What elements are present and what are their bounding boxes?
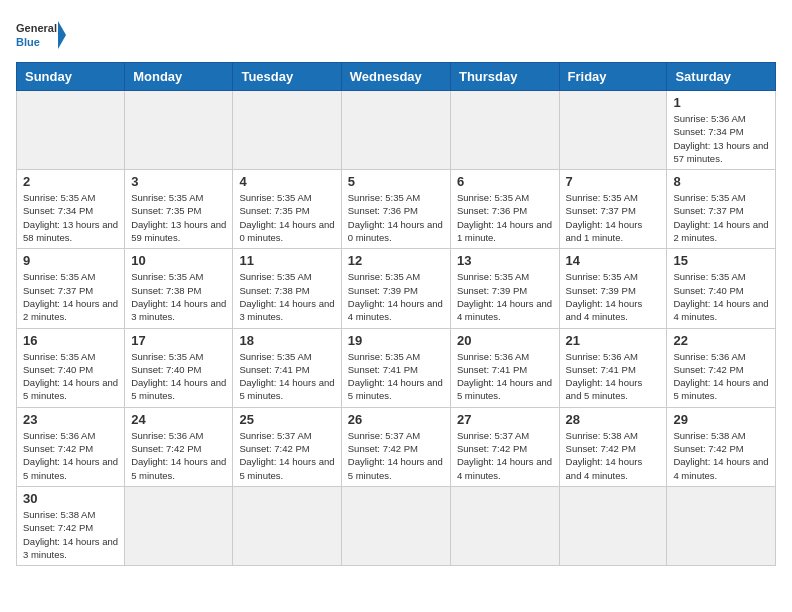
day-number: 9 <box>23 253 118 268</box>
day-info: Sunrise: 5:35 AM Sunset: 7:39 PM Dayligh… <box>348 270 444 323</box>
calendar-cell <box>125 91 233 170</box>
calendar-cell <box>559 91 667 170</box>
day-number: 13 <box>457 253 553 268</box>
day-info: Sunrise: 5:35 AM Sunset: 7:38 PM Dayligh… <box>131 270 226 323</box>
calendar-week-row: 1Sunrise: 5:36 AM Sunset: 7:34 PM Daylig… <box>17 91 776 170</box>
calendar-cell: 9Sunrise: 5:35 AM Sunset: 7:37 PM Daylig… <box>17 249 125 328</box>
day-number: 1 <box>673 95 769 110</box>
day-info: Sunrise: 5:36 AM Sunset: 7:42 PM Dayligh… <box>23 429 118 482</box>
day-header-tuesday: Tuesday <box>233 63 341 91</box>
day-number: 6 <box>457 174 553 189</box>
calendar-cell: 17Sunrise: 5:35 AM Sunset: 7:40 PM Dayli… <box>125 328 233 407</box>
calendar-cell: 4Sunrise: 5:35 AM Sunset: 7:35 PM Daylig… <box>233 170 341 249</box>
day-info: Sunrise: 5:35 AM Sunset: 7:40 PM Dayligh… <box>673 270 769 323</box>
calendar-cell: 16Sunrise: 5:35 AM Sunset: 7:40 PM Dayli… <box>17 328 125 407</box>
day-number: 19 <box>348 333 444 348</box>
calendar-header-row: SundayMondayTuesdayWednesdayThursdayFrid… <box>17 63 776 91</box>
day-info: Sunrise: 5:35 AM Sunset: 7:39 PM Dayligh… <box>457 270 553 323</box>
calendar-cell: 14Sunrise: 5:35 AM Sunset: 7:39 PM Dayli… <box>559 249 667 328</box>
calendar-cell: 11Sunrise: 5:35 AM Sunset: 7:38 PM Dayli… <box>233 249 341 328</box>
day-info: Sunrise: 5:36 AM Sunset: 7:34 PM Dayligh… <box>673 112 769 165</box>
day-info: Sunrise: 5:38 AM Sunset: 7:42 PM Dayligh… <box>673 429 769 482</box>
calendar-cell: 3Sunrise: 5:35 AM Sunset: 7:35 PM Daylig… <box>125 170 233 249</box>
calendar-cell: 2Sunrise: 5:35 AM Sunset: 7:34 PM Daylig… <box>17 170 125 249</box>
logo-svg: General Blue <box>16 16 66 54</box>
calendar-cell <box>17 91 125 170</box>
calendar-cell <box>559 486 667 565</box>
calendar-cell: 6Sunrise: 5:35 AM Sunset: 7:36 PM Daylig… <box>450 170 559 249</box>
day-number: 23 <box>23 412 118 427</box>
calendar-week-row: 2Sunrise: 5:35 AM Sunset: 7:34 PM Daylig… <box>17 170 776 249</box>
calendar-cell <box>667 486 776 565</box>
calendar-cell <box>341 91 450 170</box>
day-info: Sunrise: 5:35 AM Sunset: 7:37 PM Dayligh… <box>23 270 118 323</box>
day-info: Sunrise: 5:35 AM Sunset: 7:39 PM Dayligh… <box>566 270 661 323</box>
day-info: Sunrise: 5:35 AM Sunset: 7:36 PM Dayligh… <box>348 191 444 244</box>
calendar-cell: 23Sunrise: 5:36 AM Sunset: 7:42 PM Dayli… <box>17 407 125 486</box>
day-info: Sunrise: 5:35 AM Sunset: 7:41 PM Dayligh… <box>348 350 444 403</box>
logo: General Blue <box>16 16 66 54</box>
day-number: 4 <box>239 174 334 189</box>
calendar-week-row: 30Sunrise: 5:38 AM Sunset: 7:42 PM Dayli… <box>17 486 776 565</box>
calendar-cell: 22Sunrise: 5:36 AM Sunset: 7:42 PM Dayli… <box>667 328 776 407</box>
day-number: 7 <box>566 174 661 189</box>
calendar-cell: 24Sunrise: 5:36 AM Sunset: 7:42 PM Dayli… <box>125 407 233 486</box>
day-number: 30 <box>23 491 118 506</box>
day-info: Sunrise: 5:37 AM Sunset: 7:42 PM Dayligh… <box>348 429 444 482</box>
day-number: 21 <box>566 333 661 348</box>
svg-marker-2 <box>58 21 66 49</box>
calendar-cell <box>233 486 341 565</box>
day-number: 29 <box>673 412 769 427</box>
day-info: Sunrise: 5:36 AM Sunset: 7:41 PM Dayligh… <box>566 350 661 403</box>
day-number: 26 <box>348 412 444 427</box>
day-info: Sunrise: 5:35 AM Sunset: 7:34 PM Dayligh… <box>23 191 118 244</box>
calendar-cell: 26Sunrise: 5:37 AM Sunset: 7:42 PM Dayli… <box>341 407 450 486</box>
day-header-friday: Friday <box>559 63 667 91</box>
calendar: SundayMondayTuesdayWednesdayThursdayFrid… <box>16 62 776 566</box>
calendar-cell: 10Sunrise: 5:35 AM Sunset: 7:38 PM Dayli… <box>125 249 233 328</box>
calendar-cell: 29Sunrise: 5:38 AM Sunset: 7:42 PM Dayli… <box>667 407 776 486</box>
day-info: Sunrise: 5:35 AM Sunset: 7:37 PM Dayligh… <box>566 191 661 244</box>
day-info: Sunrise: 5:36 AM Sunset: 7:42 PM Dayligh… <box>673 350 769 403</box>
day-number: 25 <box>239 412 334 427</box>
calendar-cell <box>233 91 341 170</box>
day-header-monday: Monday <box>125 63 233 91</box>
calendar-cell <box>450 486 559 565</box>
day-number: 24 <box>131 412 226 427</box>
day-info: Sunrise: 5:37 AM Sunset: 7:42 PM Dayligh… <box>457 429 553 482</box>
day-info: Sunrise: 5:35 AM Sunset: 7:41 PM Dayligh… <box>239 350 334 403</box>
day-info: Sunrise: 5:35 AM Sunset: 7:37 PM Dayligh… <box>673 191 769 244</box>
calendar-cell: 19Sunrise: 5:35 AM Sunset: 7:41 PM Dayli… <box>341 328 450 407</box>
calendar-cell <box>341 486 450 565</box>
day-info: Sunrise: 5:35 AM Sunset: 7:40 PM Dayligh… <box>131 350 226 403</box>
calendar-week-row: 16Sunrise: 5:35 AM Sunset: 7:40 PM Dayli… <box>17 328 776 407</box>
day-number: 18 <box>239 333 334 348</box>
day-number: 8 <box>673 174 769 189</box>
header: General Blue <box>16 16 776 54</box>
calendar-cell: 21Sunrise: 5:36 AM Sunset: 7:41 PM Dayli… <box>559 328 667 407</box>
day-info: Sunrise: 5:37 AM Sunset: 7:42 PM Dayligh… <box>239 429 334 482</box>
day-number: 11 <box>239 253 334 268</box>
day-number: 5 <box>348 174 444 189</box>
day-number: 16 <box>23 333 118 348</box>
calendar-cell: 1Sunrise: 5:36 AM Sunset: 7:34 PM Daylig… <box>667 91 776 170</box>
day-info: Sunrise: 5:35 AM Sunset: 7:35 PM Dayligh… <box>131 191 226 244</box>
calendar-cell: 30Sunrise: 5:38 AM Sunset: 7:42 PM Dayli… <box>17 486 125 565</box>
day-header-saturday: Saturday <box>667 63 776 91</box>
calendar-cell: 15Sunrise: 5:35 AM Sunset: 7:40 PM Dayli… <box>667 249 776 328</box>
calendar-week-row: 9Sunrise: 5:35 AM Sunset: 7:37 PM Daylig… <box>17 249 776 328</box>
day-info: Sunrise: 5:35 AM Sunset: 7:38 PM Dayligh… <box>239 270 334 323</box>
svg-text:Blue: Blue <box>16 36 40 48</box>
day-number: 20 <box>457 333 553 348</box>
day-number: 17 <box>131 333 226 348</box>
day-number: 15 <box>673 253 769 268</box>
day-info: Sunrise: 5:38 AM Sunset: 7:42 PM Dayligh… <box>566 429 661 482</box>
calendar-cell: 28Sunrise: 5:38 AM Sunset: 7:42 PM Dayli… <box>559 407 667 486</box>
day-info: Sunrise: 5:36 AM Sunset: 7:42 PM Dayligh… <box>131 429 226 482</box>
day-number: 22 <box>673 333 769 348</box>
day-number: 12 <box>348 253 444 268</box>
calendar-cell: 27Sunrise: 5:37 AM Sunset: 7:42 PM Dayli… <box>450 407 559 486</box>
calendar-cell: 13Sunrise: 5:35 AM Sunset: 7:39 PM Dayli… <box>450 249 559 328</box>
day-info: Sunrise: 5:35 AM Sunset: 7:35 PM Dayligh… <box>239 191 334 244</box>
day-number: 3 <box>131 174 226 189</box>
